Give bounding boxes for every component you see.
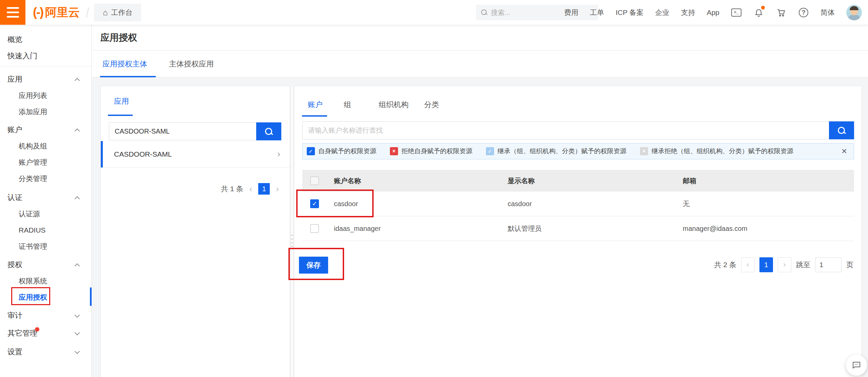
sidebar-section-applications[interactable]: 应用 xyxy=(0,71,91,87)
chat-support-button[interactable] xyxy=(846,355,867,376)
workbench-label: 工作台 xyxy=(111,8,132,17)
account-search-button[interactable] xyxy=(829,121,854,139)
bell-icon[interactable] xyxy=(753,7,764,18)
sidebar-divider xyxy=(0,66,91,66)
sidebar: 概览 快速入门 应用 应用列表 添加应用 账户 机构及组 账户管理 分类管理 认… xyxy=(0,25,92,377)
col-account-name: 账户名称 xyxy=(334,170,361,192)
table-header-row: 账户名称 显示名称 邮箱 xyxy=(302,170,854,192)
col-display-name: 显示名称 xyxy=(508,170,535,192)
next-page-button[interactable]: › xyxy=(778,257,791,272)
sidebar-item-account-mgmt[interactable]: 账户管理 xyxy=(0,154,91,171)
accounts-tab-underline xyxy=(302,115,327,117)
cart-icon[interactable] xyxy=(776,7,787,18)
save-button[interactable]: 保存 xyxy=(299,257,328,274)
nav-item-app[interactable]: App xyxy=(707,8,719,17)
email: 无 xyxy=(683,192,690,216)
tab-subject-authorized-apps[interactable]: 主体授权应用 xyxy=(169,51,214,78)
language-switch[interactable]: 简体 xyxy=(820,8,835,17)
sidebar-item-app-list[interactable]: 应用列表 xyxy=(0,87,91,104)
aliyun-logo[interactable]: (-) 阿里云 xyxy=(33,5,80,20)
tab-app-authorized-subjects[interactable]: 应用授权主体 xyxy=(102,51,147,78)
sidebar-section-audit[interactable]: 审计 xyxy=(0,307,91,324)
main-content: 应用授权 应用授权主体 主体授权应用 应用 CASDOOR-SAML xyxy=(92,25,868,377)
nav-item-tickets[interactable]: 工单 xyxy=(590,8,604,17)
sidebar-item-quickstart[interactable]: 快速入门 xyxy=(0,48,91,64)
logo-text: 阿里云 xyxy=(45,5,80,20)
tab-organizations[interactable]: 组织机构 xyxy=(379,96,409,113)
search-icon xyxy=(481,9,488,16)
prev-page-button[interactable]: ‹ xyxy=(741,257,755,272)
display-name: 默认管理员 xyxy=(508,216,542,241)
subjects-panel: 账户 组 组织机构 分类 ✓ 自身赋予的权限资源 × 拒绝自身赋予的权限资源 xyxy=(294,86,862,377)
nav-item-icp[interactable]: ICP 备案 xyxy=(616,8,643,17)
sidebar-section-authentication[interactable]: 认证 xyxy=(0,190,91,206)
chevron-right-icon: › xyxy=(277,149,280,159)
notification-dot xyxy=(761,6,765,9)
jump-page-input[interactable] xyxy=(815,257,842,272)
help-icon[interactable]: ? xyxy=(798,7,809,18)
sidebar-item-auth-sources[interactable]: 认证源 xyxy=(0,206,91,222)
sidebar-item-app-authorization[interactable]: 应用授权 xyxy=(0,289,91,305)
nav-divider xyxy=(86,7,89,18)
sidebar-item-add-app[interactable]: 添加应用 xyxy=(0,104,91,120)
col-email: 邮箱 xyxy=(683,170,696,192)
page-unit-label: 页 xyxy=(846,260,853,270)
accounts-table: 账户名称 显示名称 邮箱 ✓ casdoor casdoor 无 idaas_m… xyxy=(302,170,854,241)
page-tabs: 应用授权主体 主体授权应用 xyxy=(92,51,868,78)
nav-item-billing[interactable]: 费用 xyxy=(564,8,578,17)
user-avatar[interactable] xyxy=(846,5,862,20)
select-all-checkbox[interactable] xyxy=(310,176,319,185)
total-count: 共 1 条 xyxy=(221,184,243,194)
tab-application[interactable]: 应用 xyxy=(114,96,129,106)
row-checkbox[interactable]: ✓ xyxy=(310,199,319,208)
workbench-button[interactable]: ⌂ 工作台 xyxy=(94,4,141,21)
nav-item-enterprise[interactable]: 企业 xyxy=(655,8,669,17)
account-name: casdoor xyxy=(334,192,358,216)
home-icon: ⌂ xyxy=(103,8,108,17)
account-name: idaas_manager xyxy=(334,216,381,241)
legend-self-denied: × 拒绝自身赋予的权限资源 xyxy=(390,147,472,156)
application-tab-underline xyxy=(108,115,133,116)
tab-categories[interactable]: 分类 xyxy=(424,96,439,113)
row-checkbox[interactable] xyxy=(310,224,319,233)
sidebar-item-category-mgmt[interactable]: 分类管理 xyxy=(0,171,91,187)
tab-accounts[interactable]: 账户 xyxy=(308,96,323,113)
page-title: 应用授权 xyxy=(100,32,137,44)
application-list-item[interactable]: CASDOOR-SAML › xyxy=(101,141,290,167)
application-search-input[interactable] xyxy=(109,122,256,140)
splitter-grip-icon xyxy=(291,235,293,250)
next-page-button[interactable]: › xyxy=(276,183,279,195)
legend-inherited-denied: × 继承拒绝（组、组织机构、分类）赋予的权限资源 xyxy=(640,147,793,156)
sidebar-item-permission-system[interactable]: 权限系统 xyxy=(0,273,91,289)
red-badge-dot xyxy=(35,327,39,332)
sidebar-section-other-mgmt[interactable]: 其它管理 xyxy=(0,325,91,341)
current-page-button[interactable]: 1 xyxy=(258,183,270,195)
chevron-up-icon xyxy=(75,78,80,83)
application-panel: 应用 CASDOOR-SAML › 共 1 条 ‹ 1 › xyxy=(100,86,290,377)
panel-splitter[interactable] xyxy=(290,86,294,377)
table-row[interactable]: ✓ casdoor casdoor 无 xyxy=(302,192,854,216)
sidebar-item-overview[interactable]: 概览 xyxy=(0,32,91,48)
application-search-button[interactable] xyxy=(256,122,281,140)
jump-label: 跳至 xyxy=(796,260,810,270)
terminal-icon[interactable]: >_ xyxy=(731,7,742,18)
sidebar-section-accounts[interactable]: 账户 xyxy=(0,122,91,138)
hamburger-menu-icon[interactable] xyxy=(0,0,25,25)
prev-page-button[interactable]: ‹ xyxy=(249,183,252,195)
current-page-button[interactable]: 1 xyxy=(759,257,773,272)
sidebar-section-authorization[interactable]: 授权 xyxy=(0,257,91,273)
close-icon[interactable]: × xyxy=(842,147,847,155)
account-search-input[interactable] xyxy=(302,121,829,139)
tab-groups[interactable]: 组 xyxy=(344,96,351,113)
nav-item-support[interactable]: 支持 xyxy=(681,8,695,17)
legend-inherited-granted: ✓ 继承（组、组织机构、分类）赋予的权限资源 xyxy=(486,147,626,156)
sidebar-item-org-groups[interactable]: 机构及组 xyxy=(0,138,91,154)
legend-self-granted: ✓ 自身赋予的权限资源 xyxy=(307,147,376,156)
table-row[interactable]: idaas_manager 默认管理员 manager@idaas.com xyxy=(302,216,854,241)
sidebar-item-radius[interactable]: RADIUS xyxy=(0,222,91,238)
application-search xyxy=(109,122,281,140)
sidebar-section-settings[interactable]: 设置 xyxy=(0,344,91,360)
accounts-pagination: 共 2 条 ‹ 1 › 跳至 页 xyxy=(714,257,853,272)
cross-checkbox-icon: × xyxy=(390,147,398,155)
sidebar-item-cert-mgmt[interactable]: 证书管理 xyxy=(0,238,91,255)
